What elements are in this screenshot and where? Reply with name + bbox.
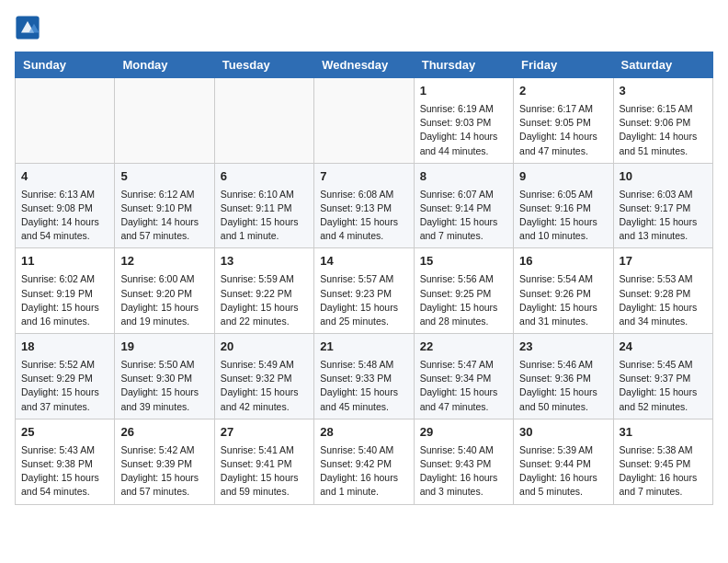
day-info-line: Sunset: 9:29 PM bbox=[21, 373, 93, 384]
day-number: 14 bbox=[320, 253, 407, 270]
calendar-cell: 7Sunrise: 6:08 AMSunset: 9:13 PMDaylight… bbox=[314, 163, 414, 248]
day-info-line: Sunrise: 5:43 AM bbox=[21, 444, 95, 455]
day-info-line: and 10 minutes. bbox=[519, 230, 588, 241]
day-info-line: Daylight: 16 hours bbox=[420, 472, 498, 483]
calendar-cell bbox=[214, 78, 313, 164]
day-info-line: Sunrise: 5:42 AM bbox=[120, 444, 194, 455]
day-number: 27 bbox=[221, 424, 308, 442]
day-info-line: and 22 minutes. bbox=[221, 316, 290, 327]
calendar-cell: 11Sunrise: 6:02 AMSunset: 9:19 PMDayligh… bbox=[16, 248, 115, 334]
day-info-line: Sunrise: 6:15 AM bbox=[620, 103, 693, 114]
day-info-line: and 25 minutes. bbox=[320, 316, 389, 327]
day-info-line: Sunrise: 6:17 AM bbox=[519, 103, 593, 114]
day-info-line: and 57 minutes. bbox=[120, 230, 189, 241]
day-info-line: and 3 minutes. bbox=[420, 486, 483, 497]
day-info-line: Sunrise: 6:10 AM bbox=[221, 189, 294, 200]
day-info-line: and 47 minutes. bbox=[519, 145, 588, 156]
day-info-line: and 54 minutes. bbox=[21, 230, 90, 241]
day-info-line: Daylight: 16 hours bbox=[320, 472, 398, 483]
calendar-cell: 30Sunrise: 5:39 AMSunset: 9:44 PMDayligh… bbox=[514, 419, 613, 504]
day-info-line: Sunset: 9:37 PM bbox=[620, 373, 691, 384]
day-info-line: Daylight: 15 hours bbox=[221, 472, 299, 483]
weekday-header-sunday: Sunday bbox=[16, 52, 115, 78]
day-info-line: Daylight: 15 hours bbox=[320, 216, 398, 227]
day-info-line: Sunrise: 5:40 AM bbox=[320, 444, 393, 455]
calendar-cell: 18Sunrise: 5:52 AMSunset: 9:29 PMDayligh… bbox=[16, 334, 115, 419]
day-info-line: Daylight: 15 hours bbox=[320, 386, 398, 397]
day-number: 7 bbox=[320, 168, 407, 186]
day-info-line: Daylight: 15 hours bbox=[519, 386, 597, 397]
day-info-line: Sunset: 9:23 PM bbox=[320, 288, 392, 299]
day-info-line: Sunset: 9:32 PM bbox=[221, 373, 292, 384]
day-info-line: Sunrise: 6:05 AM bbox=[519, 189, 593, 200]
weekday-header-tuesday: Tuesday bbox=[214, 52, 313, 78]
day-number: 25 bbox=[21, 424, 108, 442]
calendar-cell: 8Sunrise: 6:07 AMSunset: 9:14 PMDaylight… bbox=[414, 163, 513, 248]
day-info-line: Sunset: 9:43 PM bbox=[420, 458, 492, 469]
day-info-line: Daylight: 15 hours bbox=[21, 472, 99, 483]
day-info-line: Sunset: 9:34 PM bbox=[420, 373, 492, 384]
day-number: 11 bbox=[21, 253, 108, 270]
day-info-line: and 37 minutes. bbox=[21, 401, 90, 412]
weekday-header-thursday: Thursday bbox=[414, 52, 513, 78]
day-number: 10 bbox=[620, 168, 707, 186]
day-info-line: Daylight: 14 hours bbox=[21, 216, 99, 227]
day-info-line: Daylight: 15 hours bbox=[420, 216, 498, 227]
day-info-line: Daylight: 15 hours bbox=[120, 302, 199, 313]
calendar-cell: 15Sunrise: 5:56 AMSunset: 9:25 PMDayligh… bbox=[414, 248, 513, 334]
calendar-cell: 21Sunrise: 5:48 AMSunset: 9:33 PMDayligh… bbox=[314, 334, 414, 419]
day-number: 8 bbox=[420, 168, 507, 186]
calendar-cell: 12Sunrise: 6:00 AMSunset: 9:20 PMDayligh… bbox=[115, 248, 214, 334]
calendar-cell: 17Sunrise: 5:53 AMSunset: 9:28 PMDayligh… bbox=[613, 248, 712, 334]
day-info-line: Sunrise: 6:19 AM bbox=[420, 103, 494, 114]
day-info-line: Daylight: 15 hours bbox=[620, 386, 698, 397]
day-number: 6 bbox=[221, 168, 308, 186]
day-info-line: Daylight: 15 hours bbox=[519, 302, 597, 313]
calendar-cell: 14Sunrise: 5:57 AMSunset: 9:23 PMDayligh… bbox=[314, 248, 414, 334]
day-number: 16 bbox=[519, 253, 607, 270]
calendar-cell: 4Sunrise: 6:13 AMSunset: 9:08 PMDaylight… bbox=[16, 163, 115, 248]
day-info-line: and 13 minutes. bbox=[620, 230, 688, 241]
day-info-line: Sunrise: 5:48 AM bbox=[320, 359, 393, 370]
day-info-line: Sunrise: 5:56 AM bbox=[420, 273, 494, 284]
day-info-line: Sunset: 9:20 PM bbox=[120, 288, 192, 299]
calendar-cell: 13Sunrise: 5:59 AMSunset: 9:22 PMDayligh… bbox=[214, 248, 313, 334]
day-info-line: Daylight: 15 hours bbox=[620, 302, 698, 313]
weekday-header-friday: Friday bbox=[514, 52, 613, 78]
day-number: 17 bbox=[620, 253, 707, 270]
day-number: 21 bbox=[320, 339, 407, 356]
day-info-line: Sunset: 9:13 PM bbox=[320, 202, 392, 213]
day-info-line: Sunrise: 5:40 AM bbox=[420, 444, 494, 455]
calendar-cell: 10Sunrise: 6:03 AMSunset: 9:17 PMDayligh… bbox=[613, 163, 712, 248]
day-info-line: Sunset: 9:36 PM bbox=[519, 373, 591, 384]
day-number: 26 bbox=[120, 424, 208, 442]
day-info-line: Daylight: 14 hours bbox=[519, 131, 597, 142]
logo bbox=[15, 15, 44, 40]
day-number: 22 bbox=[420, 339, 507, 356]
calendar-cell bbox=[314, 78, 414, 164]
day-info-line: and 16 minutes. bbox=[21, 316, 90, 327]
day-info-line: Sunrise: 5:54 AM bbox=[519, 273, 593, 284]
day-info-line: and 42 minutes. bbox=[221, 401, 290, 412]
calendar-cell: 9Sunrise: 6:05 AMSunset: 9:16 PMDaylight… bbox=[514, 163, 613, 248]
day-info-line: Sunset: 9:28 PM bbox=[620, 288, 691, 299]
calendar-cell: 23Sunrise: 5:46 AMSunset: 9:36 PMDayligh… bbox=[514, 334, 613, 419]
day-info-line: Sunset: 9:26 PM bbox=[519, 288, 591, 299]
calendar-cell: 16Sunrise: 5:54 AMSunset: 9:26 PMDayligh… bbox=[514, 248, 613, 334]
day-number: 15 bbox=[420, 253, 507, 270]
day-info-line: Sunset: 9:16 PM bbox=[519, 202, 591, 213]
page-header bbox=[15, 15, 713, 40]
day-info-line: Sunset: 9:17 PM bbox=[620, 202, 691, 213]
day-info-line: Sunset: 9:25 PM bbox=[420, 288, 492, 299]
day-info-line: and 44 minutes. bbox=[420, 145, 489, 156]
day-info-line: and 50 minutes. bbox=[519, 401, 588, 412]
day-number: 3 bbox=[620, 83, 707, 100]
day-info-line: Sunrise: 6:13 AM bbox=[21, 189, 95, 200]
day-number: 2 bbox=[519, 83, 607, 100]
day-info-line: Sunset: 9:33 PM bbox=[320, 373, 392, 384]
day-info-line: and 31 minutes. bbox=[519, 316, 588, 327]
day-number: 4 bbox=[21, 168, 108, 186]
day-info-line: Sunset: 9:30 PM bbox=[120, 373, 192, 384]
day-info-line: Daylight: 16 hours bbox=[519, 472, 597, 483]
day-info-line: and 4 minutes. bbox=[320, 230, 383, 241]
